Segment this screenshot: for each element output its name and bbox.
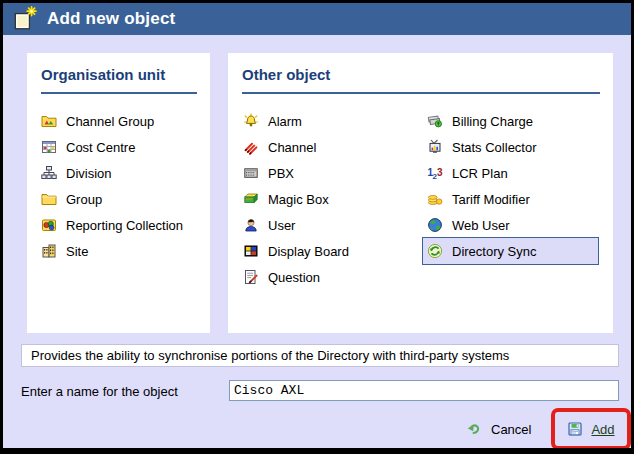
object-item-label: Question [268,270,320,285]
organisation-unit-heading: Organisation unit [41,66,197,83]
division-icon [41,165,57,181]
object-item-label: Display Board [268,244,349,259]
reporting-collection-icon [41,217,57,233]
billing-charge-icon [427,113,443,129]
display-board-icon [243,243,259,259]
other-object-panel: Other object Alarm Channel PBX Magic Box… [228,53,613,333]
object-item-label: Division [66,166,112,181]
cancel-label: Cancel [491,422,531,437]
object-item-label: Alarm [268,114,302,129]
save-disk-icon [567,421,583,437]
object-item-reporting-collection[interactable]: Reporting Collection [41,212,183,238]
object-item-billing-charge[interactable]: Billing Charge [427,108,603,134]
object-item-label: Stats Collector [452,140,537,155]
add-button[interactable]: Add [567,421,614,437]
object-item-label: Magic Box [268,192,329,207]
object-item-user[interactable]: User [243,212,423,238]
object-item-division[interactable]: Division [41,160,183,186]
object-description: Provides the ability to synchronise port… [21,344,619,367]
organisation-unit-panel: Organisation unit Channel Group Cost Cen… [27,53,210,333]
object-item-label: Cost Centre [66,140,135,155]
dialog-titlebar: Add new object [3,3,631,35]
organisation-unit-list: Channel Group Cost Centre Division Group… [41,108,183,264]
object-item-label: Billing Charge [452,114,533,129]
other-object-heading: Other object [242,66,600,83]
lcr-plan-icon [427,165,443,181]
object-item-label: Web User [452,218,510,233]
channel-group-icon [41,113,57,129]
dialog-title: Add new object [47,9,175,29]
object-item-label: LCR Plan [452,166,508,181]
object-item-label: PBX [268,166,294,181]
object-item-label: Channel Group [66,114,154,129]
channel-icon [243,139,259,155]
other-object-rule [242,92,600,94]
object-item-label: Reporting Collection [66,218,183,233]
object-item-magic-box[interactable]: Magic Box [243,186,423,212]
object-item-stats-collector[interactable]: Stats Collector [427,134,603,160]
web-user-icon [427,217,443,233]
name-field-label: Enter a name for the object [21,384,178,399]
directory-sync-icon [427,243,443,259]
object-item-lcr-plan[interactable]: LCR Plan [427,160,603,186]
object-item-label: Channel [268,140,316,155]
pbx-icon [243,165,259,181]
object-item-label: Tariff Modifier [452,192,530,207]
add-new-object-dialog: Add new object Organisation unit Channel… [0,0,634,454]
object-item-site[interactable]: Site [41,238,183,264]
object-item-channel[interactable]: Channel [243,134,423,160]
object-item-group[interactable]: Group [41,186,183,212]
add-label: Add [591,422,614,437]
object-item-question[interactable]: Question [243,264,423,290]
object-item-label: Site [66,244,88,259]
object-item-label: User [268,218,295,233]
cost-centre-icon [41,139,57,155]
user-icon [243,217,259,233]
object-item-cost-centre[interactable]: Cost Centre [41,134,183,160]
object-item-label: Group [66,192,102,207]
object-item-directory-sync-selected[interactable]: Directory Sync [423,238,598,264]
new-document-icon [11,6,37,32]
undo-arrow-icon [466,421,482,437]
object-item-channel-group[interactable]: Channel Group [41,108,183,134]
object-item-label: Directory Sync [452,244,537,259]
object-name-input[interactable] [229,380,619,401]
object-item-tariff-modifier[interactable]: Tariff Modifier [427,186,603,212]
tariff-modifier-icon [427,191,443,207]
alarm-icon [243,113,259,129]
cancel-button[interactable]: Cancel [466,421,531,437]
object-item-pbx[interactable]: PBX [243,160,423,186]
site-icon [41,243,57,259]
other-object-column-1: Alarm Channel PBX Magic Box User Display… [243,108,423,290]
organisation-unit-rule [41,92,197,94]
question-icon [243,269,259,285]
other-object-column-2: Billing Charge Stats Collector LCR Plan … [427,108,603,264]
group-icon [41,191,57,207]
object-item-display-board[interactable]: Display Board [243,238,423,264]
add-button-red-highlight: Add [551,408,631,450]
object-item-alarm[interactable]: Alarm [243,108,423,134]
stats-collector-icon [427,139,443,155]
object-item-web-user[interactable]: Web User [427,212,603,238]
magic-box-icon [243,191,259,207]
